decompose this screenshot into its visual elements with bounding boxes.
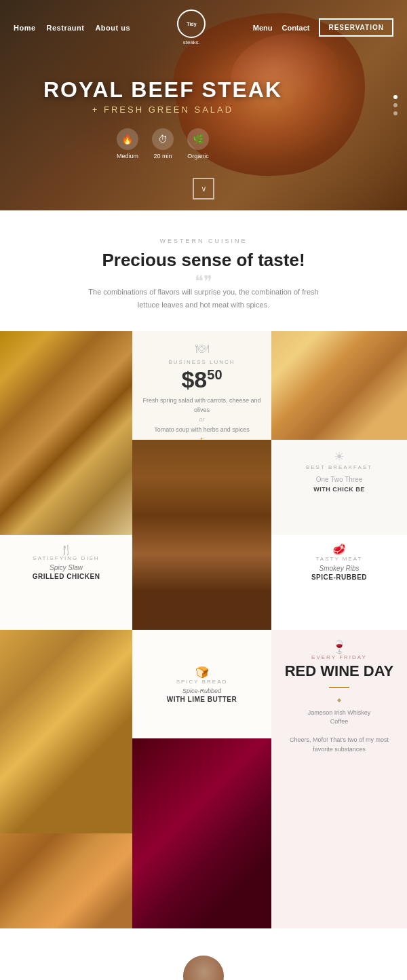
nav-menu[interactable]: Menu <box>253 24 273 32</box>
spicy-bread-title: Spice-Rubbed <box>182 687 221 694</box>
precious-title: Precious sense of taste! <box>20 250 387 271</box>
nav-links-left: Home Restraunt About us <box>14 24 130 32</box>
red-wine-card: 🍷 EVERY FRIDAY RED WINE DAY Jameson Iris… <box>271 630 407 833</box>
nav-about[interactable]: About us <box>95 24 130 32</box>
western-cuisine-label: WESTERN CUISINE <box>20 238 387 244</box>
bread-image <box>0 833 132 928</box>
red-wine-title: RED WINE DAY <box>285 663 394 679</box>
spicy-bread-card: 🍞 SPICY BREAD Spice-Rubbed WITH LIME BUT… <box>132 630 271 738</box>
tasty-meat-card: 🥩 TASTY MEAT Smokey Ribs SPICE-RUBBED <box>271 535 407 630</box>
wine-glass-image-cell <box>132 738 271 833</box>
meat-icon: 🥩 <box>332 543 346 556</box>
bread-image-cell <box>0 833 132 928</box>
wine-icon: 🍷 <box>332 639 347 654</box>
flame-icon <box>117 128 138 150</box>
nav-reservation-button[interactable]: RESERVATION <box>319 18 393 37</box>
pink-fill-cell <box>271 833 407 928</box>
food-eggs-cell <box>0 331 132 535</box>
navigation: Home Restraunt About us Tidy steaks. Men… <box>0 0 407 55</box>
business-lunch-label: BUSINESS LUNCH <box>168 359 235 365</box>
hero-icon-medium: Medium <box>117 128 138 159</box>
slide-dot-1[interactable] <box>393 95 398 99</box>
red-wine-divider <box>329 687 349 688</box>
precious-description: The combinations of flavors will surpris… <box>88 286 319 311</box>
satisfying-subtitle: GRILLED CHICKEN <box>9 573 123 580</box>
food-shrimp-cell <box>271 331 407 440</box>
shrimp-image <box>271 331 407 440</box>
precious-section: WESTERN CUISINE Precious sense of taste!… <box>0 210 407 331</box>
quote-decoration: ❝❞ <box>20 278 387 286</box>
business-lunch-price: $850 <box>181 368 222 391</box>
logo-circle: Tidy <box>177 10 206 38</box>
scroll-down-button[interactable]: ∨ <box>193 178 214 200</box>
testimonial-avatar <box>183 956 224 980</box>
leaf-icon <box>187 128 209 150</box>
nav-contact[interactable]: Contact <box>282 24 309 32</box>
chicken-image <box>0 630 132 833</box>
wood-background-cell <box>132 440 271 630</box>
nav-home[interactable]: Home <box>14 24 36 32</box>
breakfast-icon: ☀ <box>334 449 345 464</box>
dish-icon: 🍽 <box>195 341 209 356</box>
business-lunch-card: 🍽 BUSINESS LUNCH $850 Fresh spring salad… <box>132 331 271 440</box>
hero-content: ROYAL BEEF STEAK + FRESH GREEN SALAD Med… <box>43 78 282 159</box>
slide-dot-2[interactable] <box>393 103 398 107</box>
menu-grid: 🍽 BUSINESS LUNCH $850 Fresh spring salad… <box>0 331 407 928</box>
hero-icons: Medium 20 min Organic <box>43 128 282 159</box>
spicy-bread-label: SPICY BREAD <box>176 679 228 685</box>
clock-icon <box>152 128 174 150</box>
nav-logo[interactable]: Tidy steaks. <box>177 10 206 45</box>
red-wine-desc: Jameson Irish Whiskey Coffee Cheers, Mof… <box>281 709 398 755</box>
slide-dot-3[interactable] <box>393 111 398 115</box>
best-breakfast-card: ☀ BEST BREAKFAST One Two Three WITH CHIC… <box>271 440 407 535</box>
wine-glass-image <box>132 738 271 928</box>
diamond-icon <box>337 692 341 704</box>
red-wine-label: EVERY FRIDAY <box>311 654 367 660</box>
chicken-image-cell <box>0 630 132 833</box>
satisfying-title: Spicy Slaw <box>9 564 123 571</box>
hero-icon-organic: Organic <box>187 128 209 159</box>
tasty-meat-title: Smokey Ribs <box>319 565 360 572</box>
hero-icon-time: 20 min <box>152 128 174 159</box>
satisfying-label: SATISFYING DISH <box>9 555 123 561</box>
spicy-bread-subtitle: WITH LIME BUTTER <box>167 696 237 703</box>
best-breakfast-nums: One Two Three <box>316 476 363 483</box>
tasty-meat-subtitle: SPICE-RUBBED <box>311 573 367 581</box>
bread-icon: 🍞 <box>195 666 209 679</box>
hero-subtitle: + FRESH GREEN SALAD <box>43 105 282 115</box>
best-breakfast-label: BEST BREAKFAST <box>306 464 372 470</box>
satisfying-dish-card: 🍴 SATISFYING DISH Spicy Slaw GRILLED CHI… <box>0 535 132 630</box>
eggs-image <box>0 331 132 535</box>
nav-links-right: Menu Contact RESERVATION <box>253 18 393 37</box>
best-breakfast-subtitle: WITH CHICK BE <box>313 486 365 493</box>
slide-dots <box>393 95 398 115</box>
avatar-image <box>183 956 224 980</box>
menu-section: 🍽 BUSINESS LUNCH $850 Fresh spring salad… <box>0 331 407 928</box>
testimonial-section: William Carter chief-cooker " A moment o… <box>0 928 407 980</box>
tasty-meat-label: TASTY MEAT <box>316 556 363 562</box>
satisfying-icon: 🍴 <box>9 544 123 555</box>
nav-restaurant[interactable]: Restraunt <box>47 24 85 32</box>
hero-title: ROYAL BEEF STEAK <box>43 78 282 102</box>
